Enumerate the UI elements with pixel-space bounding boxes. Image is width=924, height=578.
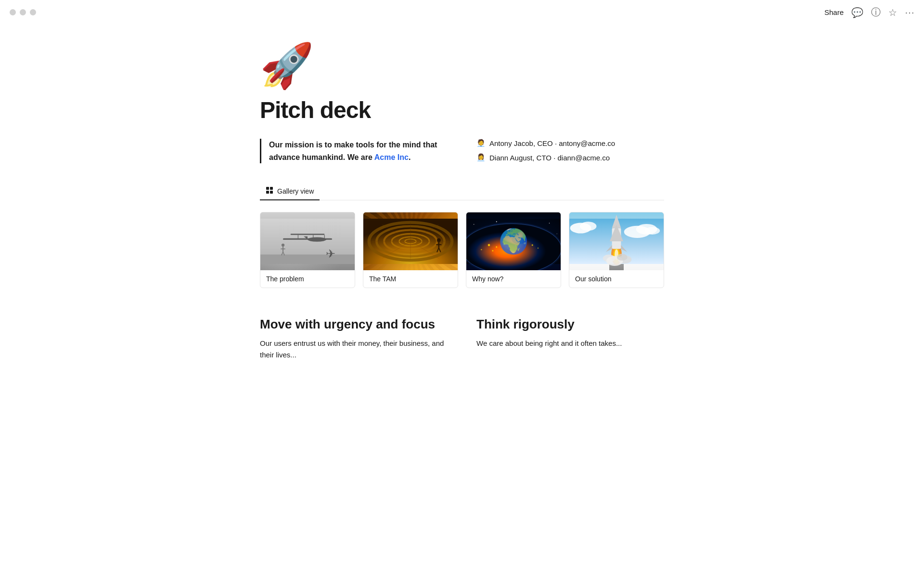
svg-rect-71 [612,228,621,249]
share-button[interactable]: Share [824,8,844,16]
svg-point-48 [514,245,516,247]
bottom-columns: Move with urgency and focus Our users en… [260,317,664,361]
svg-point-50 [532,244,533,246]
info-icon[interactable]: ⓘ [871,6,881,19]
gallery-section: Gallery view [260,183,664,288]
card-label-problem: The problem [260,270,355,288]
mission-text-end: . [409,153,411,161]
urgency-text: Our users entrust us with their money, t… [260,338,448,361]
page-icon: 🚀 [260,44,664,87]
gallery-view-tab[interactable]: Gallery view [260,183,320,200]
description-left: Our mission is to make tools for the min… [260,139,448,163]
card-image-solution [569,212,664,270]
gallery-tab-label: Gallery view [277,187,314,195]
close-button[interactable] [10,9,16,15]
bottom-section-rigorously: Think rigorously We care about being rig… [476,317,664,361]
mission-text-part1: Our mission is to make tools for the min… [269,141,437,161]
svg-rect-35 [363,219,458,264]
svg-point-40 [549,223,550,224]
bottom-section-urgency: Move with urgency and focus Our users en… [260,317,448,361]
rigorously-title: Think rigorously [476,317,664,332]
card-image-whynow [466,212,561,270]
svg-point-60 [580,222,596,231]
card-label-solution: Our solution [569,270,664,288]
svg-rect-2 [266,191,269,194]
gallery-grid: The problem [260,200,664,288]
svg-point-74 [615,232,618,236]
svg-point-70 [617,254,628,261]
cto-emoji: 👩‍💼 [476,153,486,162]
titlebar-actions: Share 💬 ⓘ ☆ ⋯ [824,6,914,19]
page-title: Pitch deck [260,97,664,123]
svg-point-73 [614,231,619,236]
svg-rect-77 [612,239,621,241]
gallery-card-tam[interactable]: The TAM [363,212,458,288]
star-icon[interactable]: ☆ [888,7,897,18]
svg-point-38 [496,221,497,222]
main-content: 🚀 Pitch deck Our mission is to make tool… [231,25,693,399]
contact-cto: 👩‍💼 Diann August, CTO · diann@acme.co [476,153,664,162]
gallery-card-problem[interactable]: The problem [260,212,355,288]
mission-statement: Our mission is to make tools for the min… [260,139,448,163]
svg-point-41 [557,234,557,234]
gallery-card-whynow[interactable]: Why now? [466,212,561,288]
svg-point-57 [512,235,526,244]
svg-rect-18 [260,219,355,264]
contact-ceo: 🧑‍💼 Antony Jacob, CEO · antony@acme.co [476,139,664,147]
svg-point-63 [645,227,660,235]
urgency-title: Move with urgency and focus [260,317,448,332]
cto-contact: Diann August, CTO · diann@acme.co [489,154,610,162]
ceo-emoji: 🧑‍💼 [476,139,486,147]
svg-point-52 [492,250,493,251]
svg-point-37 [474,224,475,225]
comment-icon[interactable]: 💬 [851,7,863,18]
minimize-button[interactable] [20,9,26,15]
traffic-lights [10,9,36,15]
gallery-card-solution[interactable]: Our solution [569,212,664,288]
card-image-tam [363,212,458,270]
ceo-contact: Antony Jacob, CEO · antony@acme.co [489,139,615,147]
more-icon[interactable]: ⋯ [905,7,914,18]
acme-link[interactable]: Acme Inc [374,153,409,161]
gallery-tab-bar: Gallery view [260,183,664,200]
svg-rect-0 [266,187,269,190]
gallery-icon [266,186,273,196]
description-right: 🧑‍💼 Antony Jacob, CEO · antony@acme.co 👩… [476,139,664,162]
svg-rect-3 [270,191,273,194]
svg-rect-1 [270,187,273,190]
svg-point-49 [524,242,526,245]
svg-point-45 [488,244,490,247]
titlebar: Share 💬 ⓘ ☆ ⋯ [0,0,924,25]
svg-point-47 [503,243,505,245]
svg-point-53 [507,248,508,249]
card-label-whynow: Why now? [466,270,561,288]
svg-point-54 [538,248,539,249]
card-label-tam: The TAM [363,270,458,288]
maximize-button[interactable] [30,9,36,15]
rigorously-text: We care about being right and it often t… [476,338,664,349]
card-image-problem [260,212,355,270]
svg-point-46 [496,246,497,248]
svg-point-51 [481,249,482,250]
description-area: Our mission is to make tools for the min… [260,139,664,163]
